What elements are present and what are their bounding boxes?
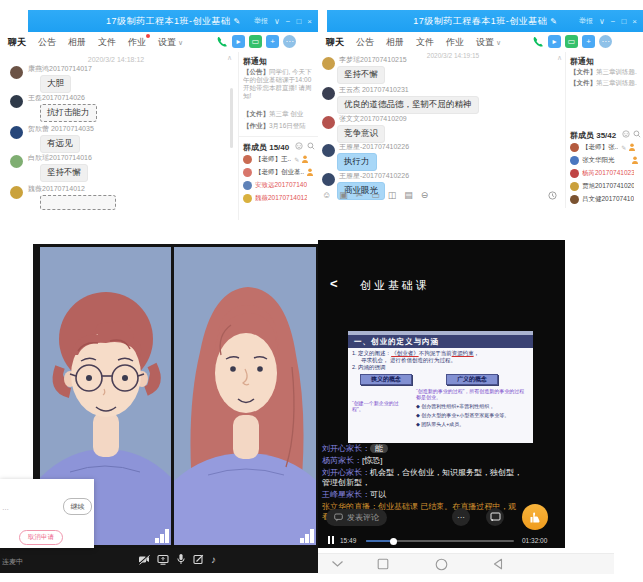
notice-item[interactable]: 【文件】第三章训练题.d... [570, 68, 640, 77]
collapse-button[interactable]: ∨ [274, 17, 280, 26]
tab-announcement[interactable]: 公告 [38, 36, 56, 49]
member-name: 魏薇20170714012 [255, 194, 307, 203]
collapse-button[interactable]: ∨ [599, 17, 605, 26]
chat-input-toolbar: ☺ ▣ ✂ ▭ ◫ ▤ ⊖ [322, 190, 428, 200]
notice-item[interactable]: 【公告】同学们, 今天下午的创业基础课于14:00开始带您本群直播! 请周知! [243, 68, 315, 100]
back-arrow[interactable]: < [330, 276, 338, 291]
avatar[interactable] [10, 155, 23, 168]
avatar[interactable] [322, 57, 335, 70]
image-icon[interactable]: ◫ [388, 190, 397, 200]
like-button[interactable] [522, 504, 548, 530]
music-note-icon[interactable]: ♪ [211, 554, 216, 565]
maximize-button[interactable]: □ [296, 17, 301, 26]
microphone-icon[interactable] [176, 553, 186, 565]
tab-settings[interactable]: 设置∨ [476, 36, 501, 49]
audio-level-indicator [300, 529, 314, 543]
home-button-icon[interactable] [435, 558, 448, 571]
avatar[interactable] [322, 144, 335, 157]
live-chat-line: 刘开心家长：能 [322, 444, 522, 454]
recent-apps-icon[interactable] [377, 558, 389, 570]
screenshot-icon[interactable]: ▣ [339, 190, 348, 200]
message-icon[interactable]: ▸ [548, 35, 561, 48]
avatar[interactable] [10, 66, 23, 79]
cast-button[interactable] [486, 508, 504, 526]
report-button[interactable]: 举报 [579, 16, 593, 26]
notice-item[interactable]: 【文件】第三章 创业机... [243, 110, 315, 119]
left-chat-scrollbar[interactable] [230, 88, 233, 148]
mute-icon[interactable]: ⊖ [421, 190, 429, 200]
scroll-up-arrow[interactable]: ∧ [227, 54, 232, 62]
member-row[interactable]: 贾旭201707410204 [570, 181, 634, 191]
close-button[interactable]: × [307, 17, 312, 26]
member-row[interactable]: 【老师】张.. ✎ [570, 142, 635, 152]
member-row[interactable]: 魏薇20170714012 [243, 193, 307, 203]
tab-chat[interactable]: 聊天 [8, 36, 26, 49]
avatar[interactable] [10, 95, 23, 108]
notice-item[interactable]: 【文件】第三章训练题.d... [570, 79, 640, 88]
avatar[interactable] [10, 186, 23, 199]
member-row[interactable]: 吕文健2017074102.. [570, 194, 634, 204]
cancel-request-button[interactable]: 取消申请 [19, 530, 63, 545]
avatar[interactable] [322, 87, 335, 100]
chat-message: 王磊20170714026 抗打击能力 [10, 93, 230, 123]
phone-call-icon[interactable] [532, 36, 544, 48]
tab-homework[interactable]: 作业 [446, 36, 464, 49]
screen-share-icon[interactable]: ▭ [249, 35, 262, 48]
add-member-icon[interactable]: + [582, 35, 595, 48]
member-row[interactable]: 杨芮201707410236 [570, 168, 634, 178]
tab-announcement[interactable]: 公告 [356, 36, 374, 49]
progress-bar[interactable] [366, 540, 514, 542]
back-button-icon[interactable] [492, 558, 504, 570]
video-tile-woman[interactable] [174, 247, 316, 545]
search-icon[interactable] [307, 142, 315, 150]
edit-title-icon[interactable]: ✎ [233, 17, 240, 26]
avatar[interactable] [10, 126, 23, 139]
message-icon[interactable]: ▸ [232, 35, 245, 48]
member-row[interactable]: 【老师】创业基.. [243, 167, 313, 177]
cut-icon[interactable]: ✂ [356, 190, 364, 200]
emoji-icon[interactable]: ☺ [322, 190, 331, 200]
edit-title-icon[interactable]: ✎ [550, 17, 557, 26]
member-name: 【老师】张.. [582, 143, 618, 152]
screen-share-icon[interactable]: ▭ [565, 35, 578, 48]
add-member-icon[interactable]: + [266, 35, 279, 48]
edit-note-icon[interactable] [193, 554, 204, 565]
camera-off-icon[interactable] [138, 554, 150, 565]
avatar[interactable] [322, 173, 335, 186]
sender-name: 王磊20170714026 [28, 93, 85, 103]
file-icon[interactable]: ▭ [371, 190, 380, 200]
close-button[interactable]: × [632, 17, 637, 26]
emoji-icon[interactable] [622, 130, 630, 138]
history-clock-icon[interactable] [548, 191, 557, 200]
minimize-button[interactable]: − [611, 17, 616, 26]
tab-homework[interactable]: 作业 [128, 36, 146, 49]
more-options-button[interactable]: ··· [452, 508, 470, 526]
comment-input[interactable]: 发表评论 [326, 509, 387, 526]
pause-button[interactable] [328, 536, 334, 544]
avatar[interactable] [322, 116, 335, 129]
report-button[interactable]: 举报 [254, 16, 268, 26]
emoji-icon[interactable] [295, 142, 303, 150]
tab-album[interactable]: 相册 [386, 36, 404, 49]
doc-icon[interactable]: ▤ [404, 190, 413, 200]
tab-chat[interactable]: 聊天 [326, 36, 344, 49]
notice-item[interactable]: 【作业】3月16日登陆一... [243, 122, 315, 131]
minimize-button[interactable]: − [286, 17, 291, 26]
screen-share-icon[interactable] [157, 554, 169, 565]
member-row[interactable]: 【老师】王.. ✎ [243, 154, 308, 164]
tab-album[interactable]: 相册 [68, 36, 86, 49]
more-actions-icon[interactable]: ⋯ [599, 35, 612, 48]
more-actions-icon[interactable]: ⋯ [283, 35, 296, 48]
phone-call-icon[interactable] [216, 36, 228, 48]
maximize-button[interactable]: □ [621, 17, 626, 26]
hide-nav-chevron-icon[interactable] [331, 560, 344, 568]
tab-files[interactable]: 文件 [98, 36, 116, 49]
tab-files[interactable]: 文件 [416, 36, 434, 49]
continue-button[interactable]: 继续 [63, 498, 92, 515]
member-row[interactable]: 安致远20170714011 [243, 180, 307, 190]
tab-settings[interactable]: 设置∨ [158, 36, 183, 49]
scroll-up-arrow[interactable]: ∧ [557, 54, 562, 62]
member-row[interactable]: 张文华阳光 [570, 155, 638, 165]
search-icon[interactable] [633, 130, 641, 138]
progress-knob[interactable] [390, 538, 397, 545]
